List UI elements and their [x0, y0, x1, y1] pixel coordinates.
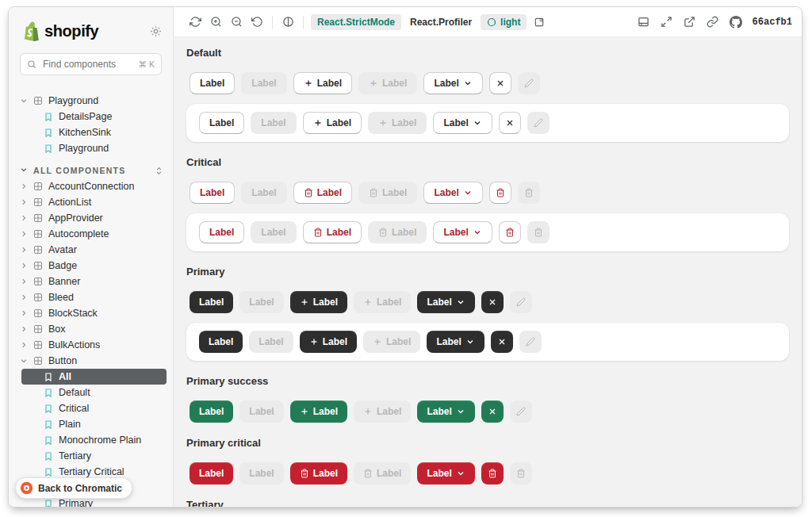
- sidebar-item-detailspage[interactable]: DetailsPage: [9, 109, 173, 124]
- button-label: Label: [313, 468, 338, 479]
- sidebar-group-appprovider[interactable]: AppProvider: [9, 210, 173, 226]
- sidebar-item-monochrome-plain[interactable]: Monochrome Plain: [9, 432, 173, 448]
- close-button[interactable]: [481, 291, 504, 313]
- label-button[interactable]: Label: [199, 112, 244, 134]
- split-view-icon[interactable]: [529, 12, 550, 33]
- button-label: Label: [327, 117, 351, 128]
- story-label: Tertiary Critical: [59, 466, 124, 477]
- label-button[interactable]: Label: [433, 221, 492, 243]
- sidebar-item-default[interactable]: Default: [9, 385, 173, 400]
- panel-bottom-icon[interactable]: [634, 12, 654, 33]
- story-label: Primary: [59, 498, 93, 507]
- label-button[interactable]: Label: [417, 400, 474, 423]
- gear-icon[interactable]: [150, 25, 162, 37]
- label-button[interactable]: Label: [427, 331, 484, 353]
- main-panel: React.StrictMode React.Profiler light 66…: [174, 7, 802, 507]
- label-button[interactable]: Label: [300, 331, 357, 353]
- sidebar-item-playground[interactable]: Playground: [9, 140, 173, 156]
- sidebar-group-badge[interactable]: Badge: [9, 258, 173, 274]
- sidebar-group-playground[interactable]: Playground: [9, 93, 173, 109]
- button-label: Label: [323, 336, 347, 347]
- label-button[interactable]: Label: [303, 221, 362, 243]
- close-button[interactable]: [489, 72, 511, 94]
- trash-button[interactable]: [499, 221, 521, 243]
- close-icon: [488, 407, 497, 416]
- all-components-header[interactable]: ALL COMPONENTS: [9, 163, 173, 178]
- profiler-toggle[interactable]: React.Profiler: [404, 14, 478, 30]
- sidebar-item-critical[interactable]: Critical: [9, 400, 173, 416]
- remount-icon[interactable]: [185, 12, 205, 33]
- label-button: Label: [241, 182, 286, 204]
- sidebar-item-plain[interactable]: Plain: [9, 416, 173, 432]
- label-button[interactable]: Label: [190, 462, 233, 484]
- back-to-chromatic-button[interactable]: Back to Chromatic: [15, 477, 132, 499]
- zoom-out-icon[interactable]: [226, 12, 247, 33]
- label-button[interactable]: Label: [423, 72, 482, 94]
- button-label: Label: [200, 187, 224, 198]
- label-button[interactable]: Label: [290, 462, 347, 484]
- fullscreen-icon[interactable]: [657, 12, 677, 33]
- zoom-in-icon[interactable]: [205, 12, 226, 33]
- label-button[interactable]: Label: [417, 462, 474, 484]
- zoom-reset-icon[interactable]: [247, 12, 267, 33]
- trash-icon: [505, 228, 515, 237]
- sidebar-group-bulkactions[interactable]: BulkActions: [9, 337, 173, 353]
- label-button[interactable]: Label: [293, 182, 352, 204]
- sidebar-group-button[interactable]: Button: [9, 353, 173, 369]
- bookmark-icon: [44, 435, 53, 446]
- label-button[interactable]: Label: [199, 331, 243, 353]
- strict-mode-toggle[interactable]: React.StrictMode: [311, 14, 401, 30]
- label-button[interactable]: Label: [290, 291, 347, 313]
- section-title: Default: [186, 47, 789, 59]
- sidebar-item-tertiary[interactable]: Tertiary: [9, 448, 173, 464]
- close-button[interactable]: [491, 331, 513, 353]
- label-button[interactable]: Label: [293, 72, 352, 94]
- sidebar-header: shopify: [9, 7, 173, 47]
- label-button[interactable]: Label: [290, 400, 347, 423]
- button-label: Label: [317, 187, 342, 198]
- sidebar-group-avatar[interactable]: Avatar: [9, 242, 173, 258]
- sidebar-group-accountconnection[interactable]: AccountConnection: [9, 178, 173, 194]
- label-button[interactable]: Label: [190, 182, 235, 204]
- search-input[interactable]: [41, 58, 134, 71]
- close-button[interactable]: [481, 400, 504, 423]
- sidebar-item-all[interactable]: All: [21, 369, 167, 385]
- link-icon[interactable]: [703, 12, 723, 33]
- open-new-tab-icon[interactable]: [680, 12, 700, 33]
- trash-button[interactable]: [481, 462, 504, 484]
- pencil-icon: [516, 297, 526, 307]
- sidebar-item-kitchensink[interactable]: KitchenSink: [9, 124, 173, 140]
- label-button[interactable]: Label: [417, 291, 474, 313]
- label-button[interactable]: Label: [190, 72, 235, 94]
- shopify-logo[interactable]: shopify: [21, 20, 98, 42]
- component-grid-icon: [33, 324, 43, 334]
- sidebar-group-bleed[interactable]: Bleed: [9, 289, 173, 305]
- label-button[interactable]: Label: [190, 291, 233, 313]
- button-label: Label: [199, 468, 224, 479]
- trash-button[interactable]: [489, 182, 511, 204]
- label-button[interactable]: Label: [303, 112, 362, 134]
- sidebar-group-actionlist[interactable]: ActionList: [9, 194, 173, 210]
- sidebar-group-blockstack[interactable]: BlockStack: [9, 305, 173, 321]
- story-card: LabelLabelLabelLabelLabel: [186, 104, 789, 142]
- expand-collapse-icon[interactable]: [155, 167, 163, 175]
- button-row: LabelLabelLabelLabelLabel: [190, 182, 789, 204]
- plus-icon: [300, 297, 309, 307]
- sidebar-group-box[interactable]: Box: [9, 321, 173, 337]
- button-label: Label: [427, 468, 451, 479]
- label-button[interactable]: Label: [199, 221, 244, 243]
- theme-toggle[interactable]: light: [481, 14, 527, 30]
- label-button[interactable]: Label: [433, 112, 492, 134]
- section-label: ALL COMPONENTS: [33, 166, 126, 175]
- outline-toggle-icon[interactable]: [278, 12, 298, 33]
- github-icon[interactable]: [726, 12, 746, 33]
- close-button[interactable]: [499, 112, 521, 134]
- sidebar-group-autocomplete[interactable]: Autocomplete: [9, 226, 173, 242]
- components-list: AccountConnectionActionListAppProviderAu…: [9, 178, 173, 353]
- story-label: Playground: [59, 143, 109, 154]
- story-label: Plain: [59, 419, 81, 430]
- sidebar-group-banner[interactable]: Banner: [9, 274, 173, 289]
- label-button[interactable]: Label: [423, 182, 482, 204]
- label-button[interactable]: Label: [190, 400, 233, 423]
- chevron-down-icon: [20, 357, 28, 365]
